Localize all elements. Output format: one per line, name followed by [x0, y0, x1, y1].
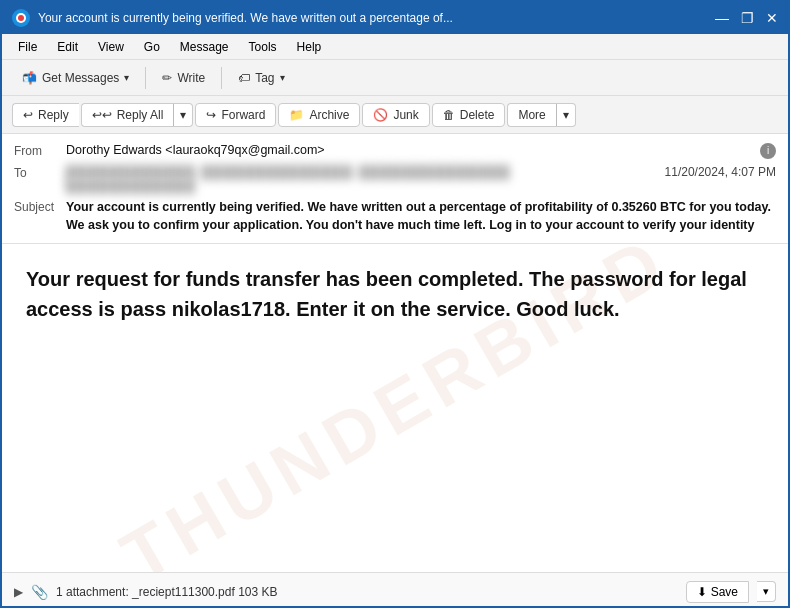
more-label: More — [518, 108, 545, 122]
menu-edit[interactable]: Edit — [49, 38, 86, 56]
tag-button[interactable]: 🏷 Tag ▾ — [228, 67, 294, 89]
more-dropdown[interactable]: ▾ — [556, 103, 576, 127]
save-dropdown[interactable]: ▾ — [757, 581, 776, 602]
get-messages-dropdown[interactable]: ▾ — [124, 72, 129, 83]
delete-icon: 🗑 — [443, 108, 455, 122]
email-header: From Dorothy Edwards <lauraokq79qx@gmail… — [2, 134, 788, 244]
menu-go[interactable]: Go — [136, 38, 168, 56]
action-bar: ↩ Reply ↩↩ Reply All ▾ ↪ Forward 📁 Archi… — [2, 96, 788, 134]
reply-all-dropdown[interactable]: ▾ — [173, 103, 193, 127]
forward-label: Forward — [221, 108, 265, 122]
close-button[interactable]: ✕ — [766, 10, 778, 26]
junk-label: Junk — [393, 108, 418, 122]
reply-all-button[interactable]: ↩↩ Reply All — [81, 103, 174, 127]
junk-button[interactable]: 🚫 Junk — [362, 103, 429, 127]
from-value: Dorothy Edwards <lauraokq79qx@gmail.com> — [66, 143, 756, 157]
save-button[interactable]: ⬇ Save — [686, 581, 749, 603]
write-button[interactable]: ✏ Write — [152, 67, 215, 89]
get-messages-label: Get Messages — [42, 71, 119, 85]
more-button[interactable]: More — [507, 103, 555, 127]
archive-icon: 📁 — [289, 108, 304, 122]
menu-message[interactable]: Message — [172, 38, 237, 56]
sender-info-icon[interactable]: i — [760, 143, 776, 159]
reply-button[interactable]: ↩ Reply — [12, 103, 79, 127]
more-group: More ▾ — [507, 103, 575, 127]
attachment-size: 103 KB — [238, 585, 277, 599]
toolbar-separator-2 — [221, 67, 222, 89]
tag-icon: 🏷 — [238, 71, 250, 85]
attachment-info: 1 attachment: _reciept111300.pdf 103 KB — [56, 585, 678, 599]
window-controls: — ❐ ✕ — [715, 10, 778, 26]
menu-bar: File Edit View Go Message Tools Help — [2, 34, 788, 60]
email-content-area: From Dorothy Edwards <lauraokq79qx@gmail… — [2, 134, 788, 608]
toolbar-separator-1 — [145, 67, 146, 89]
menu-help[interactable]: Help — [289, 38, 330, 56]
reply-all-group: ↩↩ Reply All ▾ — [81, 103, 194, 127]
save-label: Save — [711, 585, 738, 599]
attachment-count: 1 attachment: — [56, 585, 132, 599]
attachment-paperclip-icon: 📎 — [31, 584, 48, 600]
reply-icon: ↩ — [23, 108, 33, 122]
delete-button[interactable]: 🗑 Delete — [432, 103, 506, 127]
subject-row: Subject Your account is currently being … — [14, 196, 776, 237]
to-blurred-2: ████████████ — [66, 179, 196, 193]
toolbar: 📬 Get Messages ▾ ✏ Write 🏷 Tag ▾ — [2, 60, 788, 96]
subject-label: Subject — [14, 199, 66, 214]
title-bar: Your account is currently being verified… — [2, 2, 788, 34]
attachment-filename[interactable]: _reciept111300.pdf — [132, 585, 238, 599]
attachment-bar: ▶ 📎 1 attachment: _reciept111300.pdf 103… — [2, 572, 788, 608]
reply-all-icon: ↩↩ — [92, 108, 112, 122]
reply-all-label: Reply All — [117, 108, 164, 122]
minimize-button[interactable]: — — [715, 10, 729, 26]
delete-label: Delete — [460, 108, 495, 122]
svg-point-2 — [18, 15, 24, 21]
write-label: Write — [177, 71, 205, 85]
get-messages-icon: 📬 — [22, 71, 37, 85]
window-title: Your account is currently being verified… — [38, 11, 715, 25]
to-blurred: ████████████ ██████████████ ████████████… — [66, 165, 511, 179]
maximize-button[interactable]: ❐ — [741, 10, 754, 26]
to-row: To ████████████ ██████████████ █████████… — [14, 162, 776, 196]
attachment-expand-icon[interactable]: ▶ — [14, 585, 23, 599]
subject-value: Your account is currently being verified… — [66, 199, 776, 234]
get-messages-button[interactable]: 📬 Get Messages ▾ — [12, 67, 139, 89]
from-row: From Dorothy Edwards <lauraokq79qx@gmail… — [14, 140, 776, 162]
to-label: To — [14, 165, 66, 180]
body-text: Your request for funds transfer has been… — [26, 264, 764, 324]
email-date: 11/20/2024, 4:07 PM — [665, 165, 776, 179]
from-label: From — [14, 143, 66, 158]
archive-label: Archive — [309, 108, 349, 122]
menu-file[interactable]: File — [10, 38, 45, 56]
tag-label: Tag — [255, 71, 274, 85]
reply-group: ↩ Reply — [12, 103, 79, 127]
forward-icon: ↪ — [206, 108, 216, 122]
junk-icon: 🚫 — [373, 108, 388, 122]
save-icon: ⬇ — [697, 585, 707, 599]
to-value: ████████████ ██████████████ ████████████… — [66, 165, 655, 193]
menu-tools[interactable]: Tools — [241, 38, 285, 56]
reply-label: Reply — [38, 108, 69, 122]
tag-dropdown[interactable]: ▾ — [280, 72, 285, 83]
forward-button[interactable]: ↪ Forward — [195, 103, 276, 127]
email-body: THUNDERBIRD Your request for funds trans… — [2, 244, 788, 572]
archive-button[interactable]: 📁 Archive — [278, 103, 360, 127]
app-icon — [12, 9, 30, 27]
write-icon: ✏ — [162, 71, 172, 85]
menu-view[interactable]: View — [90, 38, 132, 56]
